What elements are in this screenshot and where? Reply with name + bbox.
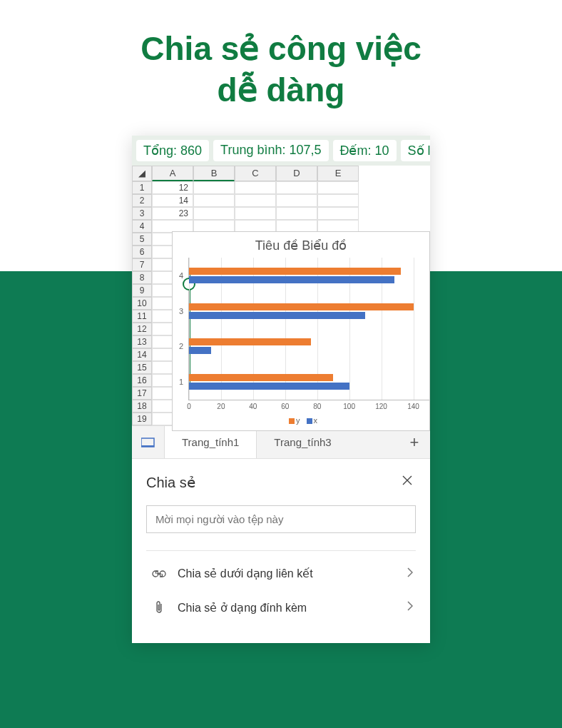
x-tick: 140 (407, 403, 419, 410)
cell[interactable] (193, 207, 235, 220)
cell[interactable] (317, 181, 359, 194)
legend-swatch-x (307, 418, 312, 424)
row-header[interactable]: 10 (132, 297, 152, 310)
cell[interactable] (235, 194, 276, 207)
add-sheet-button[interactable]: + (399, 433, 430, 452)
chart-bar (189, 347, 211, 354)
x-tick: 60 (281, 403, 289, 410)
row-header[interactable]: 2 (132, 194, 152, 207)
col-header-a[interactable]: A (152, 166, 193, 181)
chart-bar (189, 276, 394, 283)
cell[interactable] (193, 194, 235, 207)
row-header[interactable]: 5 (132, 233, 152, 246)
svg-rect-1 (141, 445, 154, 447)
stat-count[interactable]: Đếm: 10 (333, 140, 397, 161)
share-as-attachment-option[interactable]: Chia sẻ ở dạng đính kèm (146, 590, 416, 625)
row-header[interactable]: 14 (132, 348, 152, 361)
col-header-d[interactable]: D (276, 166, 317, 181)
promo-title: Chia sẻ công việc dễ dàng (0, 0, 562, 111)
chart-legend: y x (173, 400, 429, 425)
embedded-chart[interactable]: Tiêu đề Biểu đồ 0204060801001201404321 y… (172, 231, 430, 431)
row-header[interactable]: 9 (132, 284, 152, 297)
row-header[interactable]: 17 (132, 387, 152, 400)
share-as-attachment-label: Chia sẻ ở dạng đính kèm (178, 601, 307, 615)
divider (146, 550, 416, 551)
y-tick: 3 (179, 307, 183, 315)
x-tick: 20 (217, 403, 225, 410)
cell[interactable] (235, 207, 276, 220)
row-header[interactable]: 7 (132, 258, 152, 271)
attachment-icon (149, 600, 169, 615)
stat-sum[interactable]: Tổng: 860 (136, 140, 209, 161)
row-header[interactable]: 11 (132, 310, 152, 323)
chart-bar (189, 338, 311, 345)
stat-avg[interactable]: Trung bình: 107,5 (213, 140, 328, 161)
close-icon[interactable] (399, 472, 416, 492)
col-header-e[interactable]: E (317, 166, 359, 181)
row-header[interactable]: 15 (132, 361, 152, 374)
row-header[interactable]: 6 (132, 246, 152, 258)
stat-overflow[interactable]: Số lư (401, 140, 430, 161)
link-icon (149, 569, 169, 579)
chart-bar (189, 303, 414, 310)
chevron-right-icon (407, 601, 413, 614)
cell[interactable] (235, 181, 276, 194)
chart-plot-area: 0204060801001201404321 (188, 258, 429, 400)
row-header[interactable]: 13 (132, 335, 152, 348)
row-header[interactable]: 4 (132, 220, 152, 233)
cell[interactable]: 23 (152, 207, 193, 220)
select-all-corner[interactable]: ◢ (132, 166, 152, 181)
share-panel-title: Chia sẻ (146, 474, 195, 491)
row-header[interactable]: 16 (132, 374, 152, 387)
cell[interactable] (276, 181, 317, 194)
share-as-link-option[interactable]: Chia sẻ dưới dạng liên kết (146, 557, 416, 590)
x-tick: 100 (343, 403, 355, 410)
chart-bar (189, 383, 349, 390)
row-header[interactable]: 8 (132, 271, 152, 284)
cell[interactable] (317, 207, 359, 220)
chart-bar (189, 268, 401, 275)
col-header-b[interactable]: B (193, 166, 235, 181)
legend-swatch-y (289, 418, 295, 424)
share-as-link-label: Chia sẻ dưới dạng liên kết (178, 567, 313, 580)
row-header[interactable]: 1 (132, 181, 152, 194)
y-tick: 1 (179, 378, 183, 386)
chart-title: Tiêu đề Biểu đồ (173, 232, 429, 258)
cell[interactable] (317, 194, 359, 207)
x-tick: 0 (187, 403, 191, 410)
y-tick: 4 (179, 271, 183, 280)
chevron-right-icon (407, 567, 413, 580)
row-header[interactable]: 19 (132, 413, 152, 425)
stats-bar: Tổng: 860 Trung bình: 107,5 Đếm: 10 Số l… (132, 136, 430, 166)
sheets-overview-icon[interactable] (132, 426, 165, 458)
cell[interactable] (276, 207, 317, 220)
cell[interactable]: 14 (152, 194, 193, 207)
row-header[interactable]: 12 (132, 323, 152, 335)
invite-people-input[interactable] (146, 505, 416, 533)
cell[interactable]: 12 (152, 181, 193, 194)
col-header-c[interactable]: C (235, 166, 276, 181)
device-frame: Tổng: 860 Trung bình: 107,5 Đếm: 10 Số l… (132, 136, 430, 643)
cell[interactable] (193, 181, 235, 194)
share-panel: Chia sẻ Chia sẻ dưới dạng liên kết Chia … (132, 458, 430, 643)
row-header[interactable]: 18 (132, 400, 152, 413)
chart-bar (189, 312, 365, 319)
row-header[interactable]: 3 (132, 207, 152, 220)
chart-bar (189, 374, 333, 381)
y-tick: 2 (179, 342, 183, 350)
spreadsheet[interactable]: ◢ A B C D E 1 12 2 14 3 23 4 5 6 7 8 (132, 166, 430, 425)
x-tick: 80 (313, 403, 321, 410)
cell[interactable] (276, 194, 317, 207)
x-tick: 40 (249, 403, 257, 410)
x-tick: 120 (375, 403, 387, 410)
